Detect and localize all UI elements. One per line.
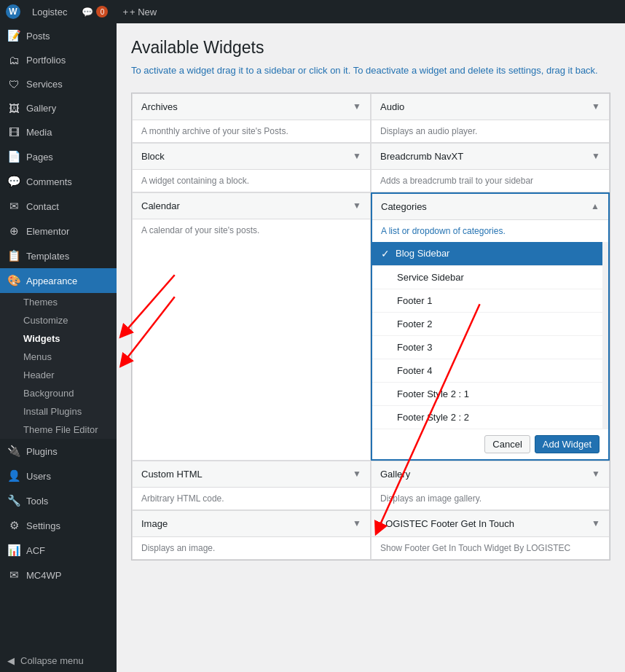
submenu-theme-file-editor[interactable]: Theme File Editor xyxy=(0,421,117,439)
widget-actions: Cancel Add Widget xyxy=(372,429,608,459)
dropdown-item-footer-style-2-1[interactable]: Footer Style 2 : 1 xyxy=(372,383,602,406)
chevron-down-icon: ▼ xyxy=(353,101,361,112)
widget-image-header[interactable]: Image ▼ xyxy=(133,511,370,537)
chevron-down-icon: ▼ xyxy=(591,101,600,112)
submenu-header[interactable]: Header xyxy=(0,366,117,384)
comments-link[interactable]: 💬 0 xyxy=(79,0,111,23)
widget-categories-title: Categories xyxy=(381,201,427,212)
submenu-customize[interactable]: Customize xyxy=(0,311,117,329)
widget-archives-header[interactable]: Archives ▼ xyxy=(133,94,370,120)
sidebar-item-label: Plugins xyxy=(26,446,109,457)
widget-gallery-desc: Displays an image gallery. xyxy=(372,488,609,509)
dropdown-item-blog-sidebar[interactable]: ✓ Blog Sidebar xyxy=(372,242,602,266)
dropdown-item-footer-2[interactable]: Footer 2 xyxy=(372,313,602,336)
widget-custom-html-header[interactable]: Custom HTML ▼ xyxy=(133,461,370,488)
widget-gallery-header[interactable]: Gallery ▼ xyxy=(372,461,609,488)
sidebar-item-comments[interactable]: 💬 Comments xyxy=(0,169,117,194)
dropdown-item-footer-4[interactable]: Footer 4 xyxy=(372,359,602,383)
chevron-down-icon: ▼ xyxy=(591,151,600,161)
sidebar-item-plugins[interactable]: 🔌 Plugins xyxy=(0,439,117,464)
submenu-themes[interactable]: Themes xyxy=(0,293,117,311)
services-icon: 🛡 xyxy=(7,78,20,90)
sidebar-item-label: Contact xyxy=(26,201,109,212)
widget-archives-title: Archives xyxy=(141,101,178,112)
appearance-icon: 🎨 xyxy=(7,274,20,287)
sidebar-item-label: Templates xyxy=(26,251,109,262)
portfolios-icon: 🗂 xyxy=(7,54,20,66)
sidebar-item-posts[interactable]: 📝 Posts xyxy=(0,23,117,48)
sidebar-item-portfolios[interactable]: 🗂 Portfolios xyxy=(0,48,117,72)
widget-breadcrumb-desc: Adds a breadcrumb trail to your sidebar xyxy=(372,170,609,192)
page-title: Available Widgets xyxy=(131,38,610,58)
widget-audio-desc: Displays an audio player. xyxy=(372,120,609,142)
sidebar-item-pages[interactable]: 📄 Pages xyxy=(0,144,117,169)
widget-custom-html-title: Custom HTML xyxy=(141,469,203,480)
widget-archives-desc: A monthly archive of your site's Posts. xyxy=(133,120,370,142)
sidebar-item-media[interactable]: 🎞 Media xyxy=(0,120,117,144)
admin-bar: W Logistec 💬 0 + + New xyxy=(0,0,625,23)
widget-breadcrumb-title: Breadcrumb NavXT xyxy=(380,151,463,162)
sidebar-item-templates[interactable]: 📋 Templates xyxy=(0,243,117,268)
comments-icon: 💬 xyxy=(7,175,20,188)
gallery-icon: 🖼 xyxy=(7,102,20,114)
submenu-menus[interactable]: Menus xyxy=(0,348,117,366)
widget-image: Image ▼ Displays an image. xyxy=(132,510,371,560)
elementor-icon: ⊕ xyxy=(7,224,20,238)
widget-categories-header[interactable]: Categories ▲ xyxy=(372,194,608,220)
sidebar-item-label: Posts xyxy=(26,31,109,42)
sidebar-item-label: Pages xyxy=(26,152,109,163)
sidebar-item-users[interactable]: 👤 Users xyxy=(0,464,117,488)
chevron-down-icon: ▼ xyxy=(353,151,361,161)
chevron-down-icon: ▼ xyxy=(591,518,600,528)
add-widget-button[interactable]: Add Widget xyxy=(535,435,600,453)
sidebar-item-acf[interactable]: 📊 ACF xyxy=(0,538,117,563)
tools-icon: 🔧 xyxy=(7,494,20,507)
sidebar-item-mc4wp[interactable]: ✉ MC4WP xyxy=(0,563,117,587)
widget-block-title: Block xyxy=(141,151,165,162)
sidebar-item-gallery[interactable]: 🖼 Gallery xyxy=(0,96,117,120)
submenu-install-plugins[interactable]: Install Plugins xyxy=(0,402,117,421)
sidebar-item-label: Comments xyxy=(26,176,109,187)
sidebar-item-tools[interactable]: 🔧 Tools xyxy=(0,488,117,513)
sidebar-item-appearance[interactable]: 🎨 Appearance xyxy=(0,268,117,293)
widget-image-title: Image xyxy=(141,518,168,529)
widget-calendar-header[interactable]: Calendar ▼ xyxy=(133,193,370,219)
new-content[interactable]: + + New xyxy=(119,0,160,23)
widget-block-desc: A widget containing a block. xyxy=(133,170,370,192)
main-content: Available Widgets To activate a widget d… xyxy=(117,23,625,672)
submenu-widgets[interactable]: Widgets xyxy=(0,329,117,348)
sidebar-item-services[interactable]: 🛡 Services xyxy=(0,72,117,96)
dropdown-item-service-sidebar[interactable]: Service Sidebar xyxy=(372,266,602,289)
site-name[interactable]: Logistec xyxy=(29,0,70,23)
collapse-icon: ◀ xyxy=(7,655,15,666)
collapse-menu[interactable]: ◀ Collapse menu xyxy=(0,649,117,672)
widget-block-header[interactable]: Block ▼ xyxy=(133,144,370,170)
users-icon: 👤 xyxy=(7,469,20,482)
plus-icon: + xyxy=(122,7,128,17)
sidebar-item-label: Appearance xyxy=(26,276,109,286)
widget-logistec-footer: LOGISTEC Footer Get In Touch ▼ Show Foot… xyxy=(371,510,610,560)
widget-logistec-footer-header[interactable]: LOGISTEC Footer Get In Touch ▼ xyxy=(372,511,609,537)
chevron-down-icon: ▼ xyxy=(353,469,361,479)
widget-breadcrumb-header[interactable]: Breadcrumb NavXT ▼ xyxy=(372,144,609,170)
sidebar-item-elementor[interactable]: ⊕ Elementor xyxy=(0,219,117,243)
widget-audio-header[interactable]: Audio ▼ xyxy=(372,94,609,120)
dropdown-item-footer-1[interactable]: Footer 1 xyxy=(372,289,602,313)
sidebar-item-settings[interactable]: ⚙ Settings xyxy=(0,513,117,538)
dropdown-item-footer-style-2-2[interactable]: Footer Style 2 : 2 xyxy=(372,406,602,429)
acf-icon: 📊 xyxy=(7,544,20,557)
chevron-down-icon: ▼ xyxy=(591,469,600,479)
dropdown-item-footer-3[interactable]: Footer 3 xyxy=(372,336,602,359)
sidebar-item-contact[interactable]: ✉ Contact xyxy=(0,194,117,219)
check-icon: ✓ xyxy=(381,248,390,259)
sidebar-item-label: Portfolios xyxy=(26,55,109,66)
cancel-button[interactable]: Cancel xyxy=(484,435,530,453)
sidebar-item-label: Tools xyxy=(26,496,109,507)
widget-calendar-title: Calendar xyxy=(141,200,180,211)
submenu-background[interactable]: Background xyxy=(0,384,117,402)
widget-categories-desc: A list or dropdown of categories. xyxy=(372,220,608,242)
wp-logo[interactable]: W xyxy=(6,4,20,19)
plugins-icon: 🔌 xyxy=(7,445,20,458)
dropdown-scroll[interactable]: ✓ Blog Sidebar Service Sidebar Footer 1 … xyxy=(372,242,608,429)
widget-image-desc: Displays an image. xyxy=(133,537,370,559)
